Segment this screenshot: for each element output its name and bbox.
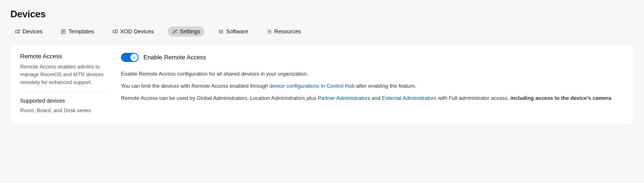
tab-label: Software (226, 28, 248, 35)
svg-point-8 (176, 30, 176, 31)
link-partner-administrators[interactable]: Partner Administrators (318, 95, 370, 101)
text: and (370, 95, 382, 101)
tab-xod-devices[interactable]: XOD Devices (108, 27, 158, 37)
remote-access-description: Remote Access enables admins to manage R… (20, 63, 109, 86)
tabs-bar: Devices Templates XOD Devices (10, 27, 634, 37)
divider (20, 92, 109, 92)
software-icon (218, 29, 224, 35)
remote-access-para-2: You can limit the devices with Remote Ac… (121, 82, 624, 90)
text: You can limit the devices with Remote Ac… (121, 83, 270, 89)
svg-point-9 (173, 33, 174, 33)
text: Remote Access can be used by Global Admi… (121, 95, 318, 101)
text: with Full administrator access, (436, 95, 510, 101)
settings-icon (172, 29, 178, 35)
tab-devices[interactable]: Devices (10, 27, 47, 37)
devices-icon (15, 29, 20, 35)
remote-access-heading: Remote Access (20, 53, 109, 60)
resources-icon (266, 29, 272, 35)
strong-text: including access to the device's camera (510, 95, 611, 101)
tab-software[interactable]: Software (214, 27, 253, 37)
tab-label: Settings (180, 28, 200, 35)
svg-rect-1 (18, 30, 20, 33)
svg-rect-7 (116, 30, 117, 33)
tab-label: Devices (22, 28, 42, 35)
link-device-configurations[interactable]: device configurations in Control Hub (270, 83, 355, 89)
tab-label: Resources (274, 28, 301, 35)
templates-icon (60, 29, 66, 35)
tab-label: XOD Devices (120, 28, 154, 35)
tab-label: Templates (68, 28, 94, 35)
side-column: Remote Access Remote Access enables admi… (20, 53, 109, 114)
remote-access-para-1: Enable Remote Access configuration for a… (121, 70, 624, 78)
main-column: Enable Remote Access Enable Remote Acces… (121, 53, 624, 114)
remote-access-para-3: Remote Access can be used by Global Admi… (121, 94, 624, 102)
enable-remote-access-label: Enable Remote Access (144, 54, 206, 61)
xod-devices-icon (112, 29, 118, 35)
page-title: Devices (10, 9, 634, 20)
text: after enabling the feature. (354, 83, 416, 89)
toggle-knob (130, 54, 138, 61)
tab-settings[interactable]: Settings (168, 27, 204, 37)
supported-devices-heading: Supported devices (20, 98, 109, 104)
svg-rect-6 (113, 30, 116, 33)
tab-resources[interactable]: Resources (262, 27, 306, 37)
enable-remote-access-row: Enable Remote Access (121, 53, 624, 62)
check-icon (132, 55, 136, 59)
link-external-administrators[interactable]: External Administrators (382, 95, 436, 101)
remote-access-card: Remote Access Remote Access enables admi… (10, 44, 634, 125)
supported-devices-list: Room, Board, and Desk series (20, 107, 109, 114)
enable-remote-access-toggle[interactable] (121, 53, 139, 62)
tab-templates[interactable]: Templates (56, 27, 98, 37)
text: . (611, 95, 613, 101)
